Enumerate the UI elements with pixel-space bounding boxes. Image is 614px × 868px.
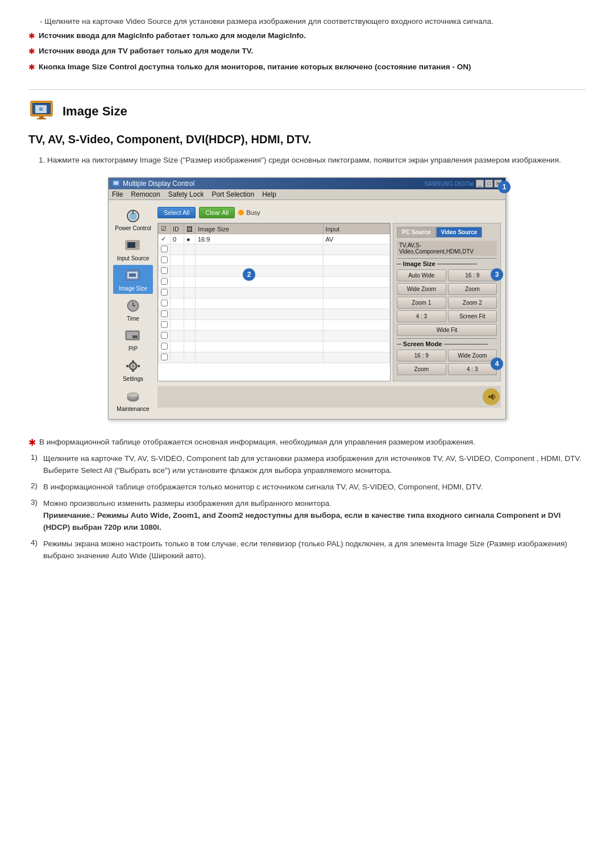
- btn-screen-wide-zoom[interactable]: Wide Zoom: [448, 350, 497, 362]
- settings-icon: [123, 358, 143, 375]
- svg-rect-5: [37, 118, 46, 119]
- svg-rect-4: [39, 116, 44, 118]
- table-row-2[interactable]: [159, 244, 390, 255]
- svg-point-35: [127, 393, 139, 397]
- row5-check[interactable]: [161, 278, 168, 285]
- menu-port-selection[interactable]: Port Selection: [211, 190, 254, 198]
- table-row-5[interactable]: [159, 277, 390, 288]
- tab-pc-source[interactable]: PC Source: [397, 227, 436, 238]
- sidebar-image-size[interactable]: Image Size: [113, 265, 153, 294]
- btn-screen-16-9[interactable]: 16 : 9: [397, 350, 446, 362]
- clear-all-button[interactable]: Clear All: [199, 207, 235, 218]
- svg-rect-32: [138, 365, 140, 367]
- step1-text: 1. Нажмите на пиктограмму Image Size ("Р…: [28, 154, 586, 167]
- section-header: Image Size: [28, 89, 586, 123]
- image-size-section-title: ─ Image Size ─────────: [397, 258, 497, 267]
- item-4-text: Режимы экрана можно настроить только в т…: [43, 538, 586, 562]
- step1-content: Нажмите на пиктограмму Image Size ("Разм…: [47, 156, 561, 164]
- minimize-button[interactable]: _: [476, 180, 484, 188]
- table-row-12[interactable]: [159, 352, 390, 363]
- row3-check[interactable]: [161, 256, 168, 263]
- cell-check-1[interactable]: ✓: [159, 234, 171, 244]
- sidebar-label-pip: PIP: [128, 346, 138, 352]
- sidebar-settings[interactable]: Settings: [113, 355, 153, 384]
- sidebar-input-source[interactable]: Input Source: [113, 235, 153, 264]
- row12-check[interactable]: [161, 354, 168, 360]
- table-row-11[interactable]: [159, 342, 390, 352]
- titlebar-icon: [112, 180, 120, 188]
- menu-help[interactable]: Help: [262, 190, 276, 198]
- table-row-10[interactable]: [159, 331, 390, 342]
- titlebar-left: Multiple Display Control: [112, 180, 194, 188]
- item-3-before: Можно произвольно изменить размеры изобр…: [43, 499, 331, 508]
- table-row-1[interactable]: ✓ 0 ● 16:9 AV: [159, 234, 390, 244]
- menu-remocon[interactable]: Remocon: [131, 190, 160, 198]
- btn-auto-wide[interactable]: Auto Wide: [397, 269, 446, 281]
- screen-mode-dash: ─: [397, 340, 401, 347]
- item-2-text: В информационной таблице отображается то…: [43, 481, 483, 493]
- image-size-icon-box: [28, 100, 56, 123]
- btn-wide-zoom[interactable]: Wide Zoom: [397, 283, 446, 295]
- btn-4-3[interactable]: 4 : 3: [397, 310, 446, 322]
- input-icon: [123, 237, 143, 254]
- row9-check[interactable]: [161, 321, 168, 328]
- maintenance-svg: [125, 389, 142, 404]
- row11-check[interactable]: [161, 343, 168, 350]
- row4-check[interactable]: [161, 267, 168, 274]
- star-icon-2: ✱: [28, 46, 35, 57]
- software-window: Multiple Display Control SAMSUNG DIGITal…: [108, 177, 506, 420]
- menu-safety-lock[interactable]: Safety Lock: [168, 190, 204, 198]
- row2-check[interactable]: [161, 246, 168, 252]
- svg-rect-14: [127, 242, 135, 248]
- btn-zoom2[interactable]: Zoom 2: [448, 297, 497, 309]
- row10-check[interactable]: [161, 332, 168, 339]
- table-row-7[interactable]: [159, 298, 390, 309]
- samsung-logo: SAMSUNG DIGITal: [424, 181, 474, 187]
- table-row-9[interactable]: [159, 320, 390, 331]
- sw-window-wrapper: 1 Multiple Display Control SAMSUNG DIGIT…: [108, 177, 506, 420]
- btn-screen-fit[interactable]: Screen Fit: [448, 310, 497, 322]
- bullet-text-2: Источник ввода для TV работает только дл…: [39, 45, 253, 57]
- btn-16-9[interactable]: 16 : 9: [448, 269, 497, 281]
- source-label: TV,AV,S-Video,Component,HDMI,DTV: [397, 241, 497, 256]
- btn-zoom1[interactable]: Zoom 1: [397, 297, 446, 309]
- menu-file[interactable]: File: [112, 190, 123, 198]
- tab-video-source[interactable]: Video Source: [436, 227, 483, 238]
- main-content: Select All Clear All Busy 2 3: [157, 205, 501, 414]
- table-row-6[interactable]: [159, 288, 390, 298]
- svg-rect-31: [126, 365, 128, 367]
- speaker-icon: [483, 388, 500, 405]
- table-row-3[interactable]: [159, 255, 390, 266]
- section-title: Image Size: [63, 104, 127, 119]
- svg-rect-30: [132, 369, 134, 372]
- btn-screen-zoom[interactable]: Zoom: [397, 363, 446, 375]
- busy-indicator: Busy: [238, 209, 260, 216]
- time-svg: [125, 298, 142, 313]
- cell-imagesize-1: 16:9: [196, 234, 323, 244]
- image-size-dash2: ─────────: [437, 260, 477, 267]
- bottom-item-4: 4) Режимы экрана можно настроить только …: [28, 538, 586, 562]
- sidebar-maintenance[interactable]: Maintenance: [113, 385, 153, 414]
- table-row-8[interactable]: [159, 309, 390, 320]
- titlebar-right: SAMSUNG DIGITal _ □ ✕: [424, 180, 502, 188]
- row7-check[interactable]: [161, 300, 168, 306]
- btn-wide-fit[interactable]: Wide Fit: [397, 324, 497, 336]
- btn-zoom[interactable]: Zoom: [448, 283, 497, 295]
- svg-rect-9: [114, 181, 118, 185]
- data-table: ☑ ID 🖼 Image Size Input ✓: [158, 223, 390, 363]
- maximize-button[interactable]: □: [485, 180, 493, 188]
- sidebar-time[interactable]: Time: [113, 295, 153, 324]
- sidebar-power-control[interactable]: Power Control: [113, 205, 153, 234]
- row6-check[interactable]: [161, 289, 168, 296]
- settings-svg: [125, 359, 142, 373]
- svg-rect-19: [129, 273, 136, 277]
- select-all-button[interactable]: Select All: [157, 207, 196, 218]
- panel-tabs: PC Source Video Source: [397, 227, 497, 238]
- image-size-svg: [125, 268, 142, 283]
- svg-point-7: [40, 108, 42, 110]
- row8-check[interactable]: [161, 310, 168, 317]
- table-row-4[interactable]: [159, 266, 390, 277]
- sidebar-pip[interactable]: PIP: [113, 325, 153, 354]
- image-size-sidebar-icon: [123, 267, 143, 284]
- btn-screen-4-3[interactable]: 4 : 3: [448, 363, 497, 375]
